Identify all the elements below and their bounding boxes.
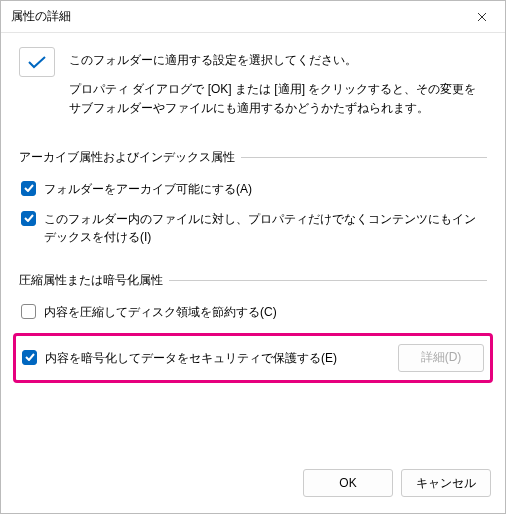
divider-line: [169, 280, 487, 281]
compress-option-row: 内容を圧縮してディスク領域を節約する(C): [19, 303, 487, 321]
archive-option-row: フォルダーをアーカイブ可能にする(A): [19, 180, 487, 198]
close-icon: [477, 12, 487, 22]
titlebar: 属性の詳細: [1, 1, 505, 33]
group-header: アーカイブ属性およびインデックス属性: [19, 149, 487, 166]
index-label[interactable]: このフォルダー内のファイルに対し、プロパティだけでなくコンテンツにもインデックス…: [44, 210, 487, 246]
index-option-row: このフォルダー内のファイルに対し、プロパティだけでなくコンテンツにもインデックス…: [19, 210, 487, 246]
check-icon: [24, 184, 34, 192]
compress-checkbox[interactable]: [21, 304, 36, 319]
advanced-attributes-dialog: 属性の詳細 このフォルダーに適用する設定を選択してください。 プロパティ ダイア…: [0, 0, 506, 514]
dialog-title: 属性の詳細: [11, 8, 459, 25]
encrypt-checkbox[interactable]: [22, 350, 37, 365]
close-button[interactable]: [459, 1, 505, 33]
encrypt-label[interactable]: 内容を暗号化してデータをセキュリティで保護する(E): [45, 349, 337, 367]
intro-section: このフォルダーに適用する設定を選択してください。 プロパティ ダイアログで [O…: [19, 47, 487, 119]
divider-line: [241, 157, 487, 158]
intro-line1: このフォルダーに適用する設定を選択してください。: [69, 51, 487, 70]
archive-label[interactable]: フォルダーをアーカイブ可能にする(A): [44, 180, 252, 198]
archive-checkbox[interactable]: [21, 181, 36, 196]
checkmark-box-icon: [19, 47, 55, 77]
archive-index-title: アーカイブ属性およびインデックス属性: [19, 149, 241, 166]
dialog-content: このフォルダーに適用する設定を選択してください。 プロパティ ダイアログで [O…: [1, 33, 505, 457]
intro-text: このフォルダーに適用する設定を選択してください。 プロパティ ダイアログで [O…: [69, 47, 487, 119]
compress-encrypt-title: 圧縮属性または暗号化属性: [19, 272, 169, 289]
ok-button[interactable]: OK: [303, 469, 393, 497]
compress-label[interactable]: 内容を圧縮してディスク領域を節約する(C): [44, 303, 277, 321]
check-icon: [25, 353, 35, 361]
cancel-button[interactable]: キャンセル: [401, 469, 491, 497]
group-header: 圧縮属性または暗号化属性: [19, 272, 487, 289]
details-button[interactable]: 詳細(D): [398, 344, 484, 372]
compress-encrypt-group: 圧縮属性または暗号化属性 内容を圧縮してディスク領域を節約する(C) 内容を暗号…: [19, 272, 487, 383]
archive-index-group: アーカイブ属性およびインデックス属性 フォルダーをアーカイブ可能にする(A) こ…: [19, 149, 487, 246]
intro-line2: プロパティ ダイアログで [OK] または [適用] をクリックすると、その変更…: [69, 80, 487, 118]
check-icon: [24, 214, 34, 222]
encrypt-highlight-row: 内容を暗号化してデータをセキュリティで保護する(E) 詳細(D): [13, 333, 493, 383]
index-checkbox[interactable]: [21, 211, 36, 226]
dialog-footer: OK キャンセル: [1, 457, 505, 513]
